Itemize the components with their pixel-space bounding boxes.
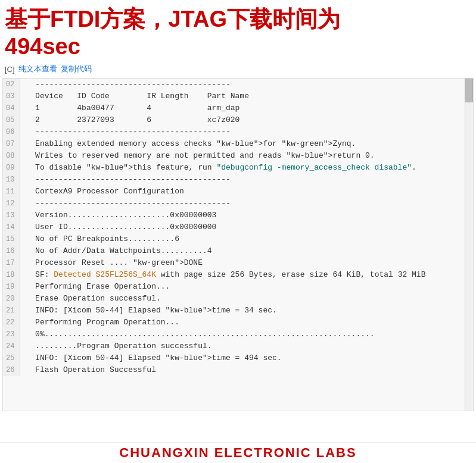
header-title: 基于FTDI方案，JTAG下载时间为 494sec [0,0,476,60]
line-content: Performing Erase Operation... [20,281,473,293]
line-content: ----------------------------------------… [20,126,473,138]
line-number: 19 [3,281,20,293]
table-row: 13 Version......................0x000000… [3,209,473,221]
table-row: 14 User ID......................0x000000… [3,221,473,233]
table-row: 09 To disable "kw-blue">this feature, ru… [3,162,473,174]
line-number: 24 [3,340,20,352]
table-row: 12 -------------------------------------… [3,198,473,209]
line-number: 06 [3,126,20,138]
line-number: 22 [3,317,20,329]
scrollbar[interactable] [465,79,473,411]
table-row: 05 2 23727093 6 xc7z020 [3,114,473,126]
line-content: Processor Reset .... "kw-green">DONE [20,257,473,269]
line-number: 08 [3,150,20,162]
line-number: 05 [3,114,20,126]
line-content: INFO: [Xicom 50-44] Elapsed "kw-blue">ti… [20,352,473,364]
line-content: Device ID Code IR Length Part Name [20,90,473,102]
copy-code-link[interactable]: 复制代码 [61,64,92,74]
line-number: 12 [3,198,20,209]
line-content: To disable "kw-blue">this feature, run "… [20,162,473,174]
table-row: 02 -------------------------------------… [3,79,473,90]
line-content: Flash Operation Successful [20,364,473,376]
line-content: SF: Detected S25FL256S_64K with page siz… [20,269,473,281]
line-content: ----------------------------------------… [20,198,473,209]
table-row: 22 Performing Program Operation... [3,317,473,329]
line-number: 23 [3,329,20,340]
table-row: 21 INFO: [Xicom 50-44] Elapsed "kw-blue"… [3,305,473,317]
table-row: 23 0%...................................… [3,329,473,340]
line-number: 11 [3,186,20,198]
toolbar: [C] 纯文本查看 复制代码 [0,60,476,78]
code-table: 02 -------------------------------------… [3,79,473,376]
table-row: 04 1 4ba00477 4 arm_dap [3,102,473,114]
table-row: 06 -------------------------------------… [3,126,473,138]
line-content: 2 23727093 6 xc7z020 [20,114,473,126]
table-row: 26 Flash Operation Successful [3,364,473,376]
table-row: 07 Enabling extended memory access check… [3,138,473,150]
table-row: 08 Writes to reserved memory are not per… [3,150,473,162]
line-number: 04 [3,102,20,114]
line-number: 13 [3,209,20,221]
line-content: ----------------------------------------… [20,79,473,90]
line-number: 16 [3,245,20,257]
table-row: 17 Processor Reset .... "kw-green">DONE [3,257,473,269]
line-content: No of Addr/Data Watchpoints..........4 [20,245,473,257]
footer-logo: CHUANGXIN ELECTRONIC LABS [0,442,476,463]
line-number: 15 [3,233,20,245]
line-number: 26 [3,364,20,376]
line-number: 17 [3,257,20,269]
line-number: 10 [3,174,20,186]
table-row: 25 INFO: [Xicom 50-44] Elapsed "kw-blue"… [3,352,473,364]
line-content: CortexA9 Processor Configuration [20,186,473,198]
table-row: 20 Erase Operation successful. [3,293,473,305]
table-row: 10 -------------------------------------… [3,174,473,186]
line-content: Writes to reserved memory are not permit… [20,150,473,162]
line-number: 25 [3,352,20,364]
toolbar-label: [C] [5,65,15,74]
table-row: 15 No of PC Breakpoints..........6 [3,233,473,245]
line-content: Erase Operation successful. [20,293,473,305]
table-row: 19 Performing Erase Operation... [3,281,473,293]
line-content: Performing Program Operation... [20,317,473,329]
line-content: .........Program Operation successful. [20,340,473,352]
line-content: Enabling extended memory access checks "… [20,138,473,150]
line-number: 09 [3,162,20,174]
code-container: 02 -------------------------------------… [2,78,474,411]
line-number: 20 [3,293,20,305]
line-content: No of PC Breakpoints..........6 [20,233,473,245]
line-content: User ID......................0x00000000 [20,221,473,233]
line-number: 21 [3,305,20,317]
line-content: Version......................0x00000003 [20,209,473,221]
line-content: ----------------------------------------… [20,174,473,186]
line-number: 02 [3,79,20,90]
table-row: 03 Device ID Code IR Length Part Name [3,90,473,102]
table-row: 24 .........Program Operation successful… [3,340,473,352]
line-content: INFO: [Xicom 50-44] Elapsed "kw-blue">ti… [20,305,473,317]
line-number: 03 [3,90,20,102]
table-row: 16 No of Addr/Data Watchpoints..........… [3,245,473,257]
line-content: 0%......................................… [20,329,473,340]
plain-text-link[interactable]: 纯文本查看 [18,64,57,74]
line-number: 14 [3,221,20,233]
table-row: 11 CortexA9 Processor Configuration [3,186,473,198]
line-content: 1 4ba00477 4 arm_dap [20,102,473,114]
line-number: 07 [3,138,20,150]
scrollbar-thumb[interactable] [465,79,473,102]
line-number: 18 [3,269,20,281]
table-row: 18 SF: Detected S25FL256S_64K with page … [3,269,473,281]
